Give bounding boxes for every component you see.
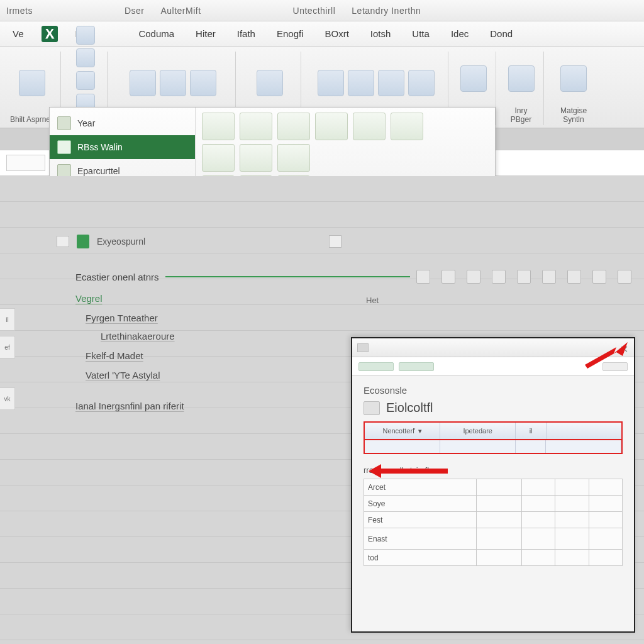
ribbon-button-icon[interactable]	[19, 70, 45, 96]
ribbon-group: Inry PBger	[499, 52, 544, 125]
outline-link[interactable]: Vaterl 'YTe Astylal	[86, 369, 340, 382]
column-header: Het	[366, 296, 379, 305]
tab[interactable]: Idec	[447, 26, 472, 42]
ribbon-button-icon[interactable]	[378, 70, 404, 96]
subwin-caption: rraces. onll stvie fl	[364, 465, 623, 475]
bolt-icon[interactable]	[618, 270, 631, 284]
ribbon-button-icon[interactable]	[408, 70, 435, 96]
ribbon-button-icon[interactable]	[560, 65, 587, 92]
outline-link[interactable]: Ianal Inergsnfinl pan riferit	[75, 399, 340, 413]
ribbon-button-icon[interactable]	[460, 65, 487, 92]
cut-icon[interactable]	[542, 270, 556, 284]
titlebar-item: Untecthirll	[293, 6, 336, 16]
column-header[interactable]: Ipetedare	[440, 423, 516, 439]
outline-link[interactable]: Fyrgen Tnteather	[86, 311, 340, 325]
table-row-label[interactable]: Fest	[364, 512, 477, 528]
subwin-table[interactable]: Arcet Soye Fest Enast tod	[364, 479, 623, 566]
titlebar-item[interactable]: Dser	[125, 6, 145, 16]
gallery-thumb[interactable]	[315, 113, 348, 140]
gallery-thumb[interactable]	[240, 144, 272, 172]
dropdown-item[interactable]: RBss Walin	[50, 135, 195, 159]
table-row-label[interactable]: Arcet	[364, 479, 477, 496]
ribbon-group-label: Bhilt Asprnes	[10, 115, 54, 124]
folder-icon	[364, 401, 380, 415]
name-box[interactable]	[6, 155, 45, 171]
ribbon-button-icon[interactable]	[76, 26, 95, 45]
outline-link[interactable]: Lrtethinakaeroure	[101, 330, 340, 343]
breadcrumb-label[interactable]: Exyeospurnl	[97, 236, 145, 247]
gallery-thumb[interactable]	[391, 113, 423, 140]
mini-toolbar	[416, 270, 631, 284]
subwin-folder[interactable]: Eiolcoltfl	[364, 401, 623, 415]
close-icon[interactable]: ✕	[620, 343, 629, 352]
table-row-label[interactable]: tod	[364, 550, 477, 566]
dropdown-item-label: Year	[77, 118, 95, 128]
tab[interactable]: Dond	[486, 26, 516, 42]
tab[interactable]: Hiter	[192, 26, 219, 42]
tab[interactable]: Utta	[408, 26, 433, 42]
section-title: Ecastier onenl atnrs	[75, 272, 159, 282]
left-tab-stub[interactable]: il	[0, 308, 15, 331]
ribbon-button-icon[interactable]	[348, 70, 374, 96]
column-header[interactable]: il	[516, 423, 547, 439]
titlebar-item: Letandry Inerthn	[352, 6, 421, 16]
doc-icon	[57, 140, 71, 154]
subwin-tab[interactable]	[602, 362, 628, 371]
copy-icon[interactable]	[517, 270, 531, 284]
tab[interactable]: Coduma	[135, 26, 178, 42]
gallery-thumb[interactable]	[202, 144, 235, 172]
tab[interactable]: Ifath	[233, 26, 259, 42]
gallery-thumb[interactable]	[202, 113, 235, 140]
ribbon-button-icon[interactable]	[160, 70, 186, 96]
tab[interactable]: Enogfi	[273, 26, 308, 42]
grid-icon[interactable]	[492, 270, 506, 284]
sort-icon[interactable]: ▾	[418, 427, 422, 435]
ribbon-button-icon[interactable]	[190, 70, 216, 96]
subwin-titlebar[interactable]: ✕	[352, 338, 634, 357]
paste-icon[interactable]	[567, 270, 581, 284]
sheet-icon	[77, 235, 89, 248]
column-header[interactable]: Nencotterl'▾	[365, 423, 440, 439]
table-row-label[interactable]: Enast	[364, 528, 477, 550]
ribbon-button-icon[interactable]	[76, 48, 95, 67]
outline-list: Vegrel Fyrgen Tnteather Lrtethinakaerour…	[75, 289, 340, 413]
ribbon-button-icon[interactable]	[76, 71, 95, 90]
dropdown-item[interactable]: Year	[50, 111, 195, 135]
ribbon-button-icon[interactable]	[130, 70, 156, 96]
filter-row[interactable]	[364, 440, 623, 454]
doc-icon[interactable]	[329, 235, 341, 248]
left-tab-stub[interactable]: ef	[0, 336, 15, 358]
ribbon-button-icon[interactable]	[508, 65, 535, 92]
tab[interactable]: Iotsh	[367, 26, 395, 42]
title-bar: Irmets Dser AulterMift Untecthirll Letan…	[0, 0, 644, 21]
breadcrumb: Exyeospurnl	[57, 233, 604, 250]
tab[interactable]: BOxrt	[321, 26, 352, 42]
gallery-thumb[interactable]	[277, 113, 310, 140]
columns-icon[interactable]	[592, 270, 606, 284]
subwin-tab[interactable]	[399, 362, 434, 371]
gallery-thumb[interactable]	[240, 113, 272, 140]
gallery-thumb[interactable]	[353, 113, 386, 140]
subwin-folder-label: Eiolcoltfl	[386, 401, 433, 415]
outline-link[interactable]: Fkelf-d Madet	[86, 349, 340, 362]
app-badge-icon[interactable]	[42, 26, 58, 42]
titlebar-item[interactable]: AulterMift	[160, 6, 201, 16]
gallery-thumb[interactable]	[277, 144, 310, 172]
tab[interactable]: Ve	[9, 26, 28, 42]
pencil-icon[interactable]	[467, 270, 480, 284]
table-row-label[interactable]: Soye	[364, 496, 477, 512]
doc-icon	[57, 116, 71, 130]
left-tab-stub[interactable]: vk	[0, 387, 15, 410]
ribbon-group-label: Inry PBger	[505, 106, 537, 124]
titlebar-item[interactable]: Irmets	[6, 6, 33, 16]
table-icon[interactable]	[416, 270, 430, 284]
dropdown-item-label: Eparcurttel	[77, 166, 120, 176]
ribbon-button-icon[interactable]	[257, 70, 283, 96]
ribbon-group-label: Matgise Syntln	[553, 106, 594, 124]
ribbon-button-icon[interactable]	[318, 70, 344, 96]
column-header[interactable]	[547, 423, 621, 439]
outline-link[interactable]: Vegrel	[75, 292, 340, 305]
subwin-tab[interactable]	[358, 362, 394, 371]
filter-icon[interactable]	[441, 270, 455, 284]
column-header-row[interactable]: Nencotterl'▾ Ipetedare il	[364, 421, 623, 440]
